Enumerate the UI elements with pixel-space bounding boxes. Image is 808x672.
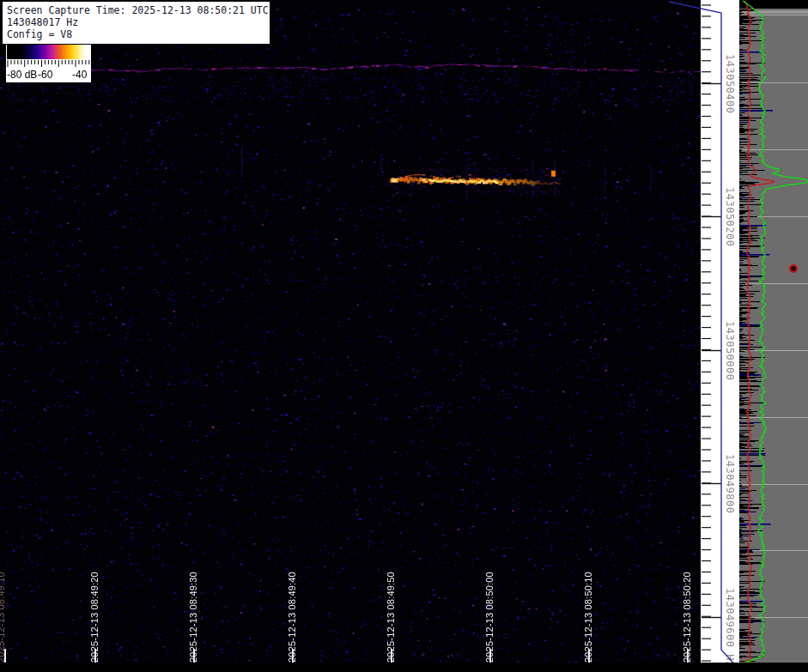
capture-frequency-text: 143048017 Hz	[7, 16, 270, 28]
colorbar-ruler	[6, 60, 91, 69]
spectrum-peak-marker-dot	[789, 264, 798, 273]
time-axis-tick	[391, 649, 392, 663]
bottom-border-bar	[0, 663, 808, 672]
time-axis-tick	[687, 649, 689, 663]
time-axis-tick	[489, 649, 491, 663]
colorbar-gradient	[7, 45, 90, 59]
frequency-axis-label: 143049800	[724, 454, 736, 514]
frequency-axis-label: 143050400	[724, 54, 736, 114]
frequency-axis-column: 1430504001430502001430500001430498001430…	[701, 0, 739, 665]
capture-info-overlay: Screen Capture Time: 2025-12-13 08:50:21…	[3, 2, 270, 44]
colorbar-legend: -80 dB -60 -40	[6, 45, 91, 82]
spectrum-lab-screen-capture: Screen Capture Time: 2025-12-13 08:50:21…	[0, 0, 808, 672]
frequency-axis-label: 143050000	[724, 321, 736, 381]
frequency-axis-label: 143049600 Hz	[724, 588, 736, 668]
time-axis-tick	[193, 649, 195, 663]
capture-config-text: Config = V8	[7, 28, 270, 40]
frequency-axis-label: 143050200	[724, 187, 736, 247]
live-spectrum-canvas	[739, 0, 808, 665]
time-axis-tick	[94, 649, 96, 663]
colorbar-label-mid: -60	[38, 69, 52, 81]
colorbar-label-max: -40	[72, 69, 87, 81]
capture-time-text: Screen Capture Time: 2025-12-13 08:50:21…	[7, 4, 270, 16]
colorbar-label-min: -80 dB	[7, 69, 37, 81]
waterfall-spectrogram-canvas	[0, 0, 702, 665]
time-axis-tick	[292, 649, 294, 663]
time-axis-tick	[588, 649, 590, 663]
time-axis-tick	[4, 649, 6, 663]
